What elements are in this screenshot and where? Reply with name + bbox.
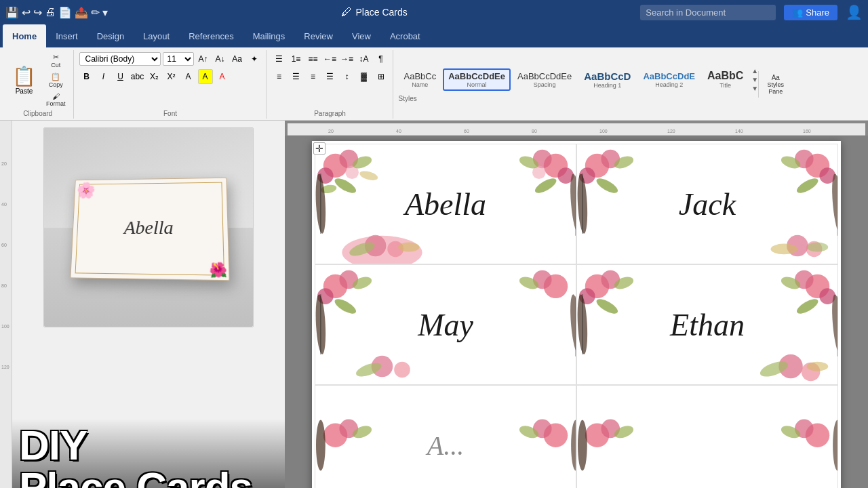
svg-point-11	[532, 165, 546, 179]
align-left-button[interactable]: ≡	[272, 69, 287, 84]
font-family-select[interactable]: Calibri (Body)	[79, 52, 161, 66]
save-doc-icon[interactable]: 📄	[58, 6, 72, 19]
text-color-button[interactable]: A	[215, 69, 230, 84]
style-no-spacing[interactable]: AaBbCcDdEe Spacing	[512, 68, 577, 91]
svg-point-68	[778, 354, 802, 378]
strikethrough-button[interactable]: abc	[130, 69, 145, 84]
style-heading1[interactable]: AaBbCcD Heading 1	[578, 68, 636, 92]
more-icon[interactable]: ▾	[102, 6, 108, 19]
format-painter-button[interactable]: 🖌 Format	[43, 91, 69, 108]
svg-point-80	[571, 420, 576, 471]
style-name-label: Name	[412, 81, 428, 88]
svg-point-60	[595, 296, 620, 317]
show-formatting-button[interactable]: ¶	[374, 52, 389, 66]
ruler-40: 40	[396, 129, 401, 134]
ruler-mark-120: 120	[1, 365, 9, 369]
change-case-button[interactable]: Aa	[230, 52, 245, 66]
cut-button[interactable]: ✂ Cut	[43, 52, 69, 70]
numbering-button[interactable]: 1≡	[289, 52, 304, 66]
italic-button[interactable]: I	[96, 69, 111, 84]
shading-button[interactable]: ▓	[357, 69, 372, 84]
font-size-select[interactable]: 11	[163, 52, 194, 66]
svg-point-37	[771, 244, 797, 255]
svg-point-18	[387, 241, 403, 258]
font-group-label: Font	[163, 108, 177, 117]
tab-design[interactable]: Design	[87, 24, 134, 47]
touch-icon[interactable]: ✏	[91, 6, 100, 19]
svg-point-42	[339, 270, 358, 289]
svg-point-33	[830, 174, 837, 234]
share2-icon[interactable]: 📤	[75, 6, 88, 19]
align-right-button[interactable]: ≡	[306, 69, 321, 84]
scroll-down-arrow[interactable]: ▼	[751, 76, 758, 83]
place-card-abella[interactable]: Abella	[315, 144, 576, 264]
style-name[interactable]: AaBbCc Name	[399, 68, 442, 91]
save-icon[interactable]: 💾	[5, 6, 19, 19]
bold-button[interactable]: B	[79, 69, 94, 84]
superscript-button[interactable]: X²	[164, 69, 179, 84]
print-icon[interactable]: 🖨	[45, 6, 56, 18]
svg-point-1	[339, 150, 358, 169]
search-input[interactable]	[640, 5, 776, 20]
add-button[interactable]: ✛	[313, 142, 326, 155]
main-area: 20 40 60 80 100 120 🌸 Abella 🌺	[0, 121, 868, 488]
style-normal[interactable]: AaBbCcDdEe Normal	[443, 68, 511, 91]
tab-mailings[interactable]: Mailings	[243, 24, 295, 47]
subscript-button[interactable]: X₂	[147, 69, 162, 84]
decrease-indent-button[interactable]: ←≡	[323, 52, 338, 66]
multilevel-button[interactable]: ≡≡	[306, 52, 321, 66]
borders-button[interactable]: ⊞	[374, 69, 389, 84]
svg-point-44	[351, 274, 373, 291]
undo-icon[interactable]: ↩	[22, 6, 31, 19]
tab-insert[interactable]: Insert	[46, 24, 87, 47]
clear-format-button[interactable]: ✦	[247, 52, 262, 66]
paragraph-group: ☰ 1≡ ≡≡ ←≡ →≡ ↕A ¶ ≡ ☰ ≡ ☰ ↕ ▓ ⊞	[268, 50, 393, 119]
place-card-partial-left[interactable]: A...	[315, 385, 576, 488]
ruler-mark-40: 40	[1, 202, 7, 207]
align-center-button[interactable]: ☰	[289, 69, 304, 84]
svg-point-82	[585, 424, 609, 447]
copy-button[interactable]: 📋 Copy	[43, 71, 69, 89]
line-spacing-button[interactable]: ↕	[340, 69, 355, 84]
tab-layout[interactable]: Layout	[134, 24, 179, 47]
svg-point-69	[802, 363, 821, 382]
place-card-may[interactable]: May	[315, 264, 576, 385]
font-color-button[interactable]: A	[181, 69, 196, 84]
svg-point-31	[780, 154, 802, 171]
tab-review[interactable]: Review	[294, 24, 342, 47]
svg-point-38	[807, 243, 829, 252]
style-title[interactable]: AaBbC Title	[702, 67, 749, 92]
redo-icon[interactable]: ↪	[33, 6, 42, 19]
tab-home[interactable]: Home	[3, 24, 46, 47]
svg-point-36	[806, 241, 823, 258]
tab-acrobat[interactable]: Acrobat	[380, 24, 430, 47]
sort-button[interactable]: ↕A	[357, 52, 372, 66]
increase-indent-button[interactable]: →≡	[340, 52, 355, 66]
svg-point-85	[806, 424, 829, 447]
style-heading2[interactable]: AaBbCcDdE Heading 2	[637, 68, 701, 91]
highlight-button[interactable]: A	[198, 69, 213, 84]
justify-button[interactable]: ☰	[323, 69, 338, 84]
ruler-mark-20: 20	[1, 161, 7, 166]
decrease-font-button[interactable]: A↓	[213, 52, 228, 66]
doc-area: 20 40 60 80 100 120 140 160 ✛	[285, 121, 868, 488]
user-icon[interactable]: 👤	[846, 4, 863, 20]
place-card-jack[interactable]: Jack	[576, 144, 838, 264]
place-card-partial-right[interactable]	[576, 385, 838, 488]
increase-font-button[interactable]: A↑	[196, 52, 211, 66]
thumb-floral-br: 🌺	[209, 261, 227, 279]
tab-view[interactable]: View	[342, 24, 380, 47]
share-button[interactable]: 👥 Share	[784, 5, 837, 20]
paste-button[interactable]: 📋 Paste	[7, 64, 41, 96]
ruler-120: 120	[667, 129, 675, 134]
left-panel: 20 40 60 80 100 120 🌸 Abella 🌺	[0, 121, 285, 488]
bullets-button[interactable]: ☰	[272, 52, 287, 66]
place-card-ethan[interactable]: Ethan	[576, 264, 838, 385]
underline-button[interactable]: U	[113, 69, 128, 84]
styles-pane-button[interactable]: Aa Styles Pane	[758, 71, 792, 98]
font-group-top: Calibri (Body) 11 A↑ A↓ Aa ✦ B I U abc X…	[79, 52, 262, 108]
tab-references[interactable]: References	[179, 24, 243, 47]
thumbnail: 🌸 Abella 🌺	[43, 127, 254, 327]
scroll-up-arrow[interactable]: ▲	[751, 67, 758, 75]
scroll-more-arrow[interactable]: ▼	[751, 85, 758, 92]
